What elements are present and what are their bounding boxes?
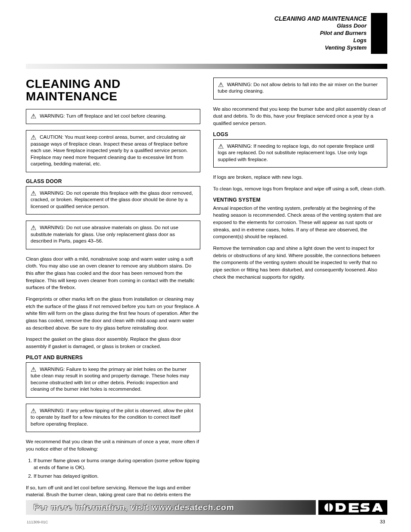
vent-paragraph-2: Remove the termination cap and shine a l… xyxy=(213,245,388,280)
footer-text: For more information, visit www.desatech… xyxy=(34,503,234,512)
warning-box-4: ⚠ WARNING: Failure to keep the primary a… xyxy=(26,362,200,398)
header-line-0: Glass Door xyxy=(274,22,367,30)
desa-logo xyxy=(318,500,387,515)
list-item: If burner flame glows or burns orange du… xyxy=(34,457,200,471)
left-column: CLEANING AND MAINTENANCE ⚠ WARNING: Turn… xyxy=(26,78,200,517)
footer-gradient: For more information, visit www.desatech… xyxy=(26,500,316,515)
header-main: CLEANING AND MAINTENANCE xyxy=(274,15,367,22)
cleaner-paragraph: We also recommend that you keep the burn… xyxy=(213,106,388,127)
logs-paragraph-2: To clean logs, remove logs from fireplac… xyxy=(213,185,388,193)
page-number: 33 xyxy=(380,519,385,524)
vent-paragraph-1: Annual inspection of the venting system,… xyxy=(213,205,388,240)
warning-icon: ⚠ xyxy=(31,408,38,414)
warning-icon: ⚠ xyxy=(218,143,226,149)
subhead-venting: VENTING SYSTEM xyxy=(213,197,388,203)
warning-box-6: ⚠ WARNING: Do not allow debris to fall i… xyxy=(213,78,388,100)
header-tab xyxy=(371,13,387,54)
warning-box-5: ⚠ WARNING: If any yellow tipping of the … xyxy=(26,404,200,432)
warning-text-3: WARNING: Do not use abrasive materials o… xyxy=(31,225,178,243)
warning-text-2: WARNING: Do not operate this fireplace w… xyxy=(31,190,193,209)
warning-icon: ⚠ xyxy=(31,366,38,373)
warning-icon: ⚠ xyxy=(218,81,226,88)
warning-box-1: ⚠ WARNING: Turn off fireplace and let co… xyxy=(26,109,200,124)
warning-box-7: ⚠ WARNING: If needing to replace logs, d… xyxy=(213,139,388,168)
warning-text-1: WARNING: Turn off fireplace and let cool… xyxy=(40,113,166,118)
page-title: CLEANING AND MAINTENANCE xyxy=(26,78,200,103)
header-block: CLEANING AND MAINTENANCE Glass Door Pilo… xyxy=(26,13,387,52)
warning-text-7: WARNING: If needing to replace logs, do … xyxy=(218,143,374,162)
warning-icon: ⚠ xyxy=(31,113,38,119)
divider-gradient xyxy=(26,64,387,69)
caution-text-1: CAUTION: You must keep control areas, bu… xyxy=(31,134,188,166)
logo-icon xyxy=(323,502,383,513)
warning-text-6: WARNING: Do not allow debris to fall int… xyxy=(218,82,378,94)
svg-rect-1 xyxy=(328,503,330,512)
header-line-3: Venting System xyxy=(274,44,367,52)
pilot-list: If burner flame glows or burns orange du… xyxy=(34,457,200,480)
caution-box-1: ⚠ CAUTION: You must keep control areas, … xyxy=(26,130,200,172)
page-id: 111309-01C xyxy=(27,520,48,524)
footer-bar: For more information, visit www.desatech… xyxy=(26,500,387,515)
header-line-2: Logs xyxy=(274,37,367,44)
header-line-1: Pilot and Burners xyxy=(274,30,367,37)
subhead-glass: GLASS DOOR xyxy=(26,178,200,184)
list-item: If burner has delayed ignition. xyxy=(34,473,200,480)
warning-box-3: ⚠ WARNING: Do not use abrasive materials… xyxy=(26,221,200,249)
pilot-paragraph-1: We recommend that you clean the unit a m… xyxy=(26,438,200,452)
glass-paragraph-3: Inspect the gasket on the glass door ass… xyxy=(26,336,200,350)
logs-paragraph-1: If logs are broken, replace with new log… xyxy=(213,174,388,181)
subhead-logs: LOGS xyxy=(213,131,388,137)
warning-text-4: WARNING: Failure to keep the primary air… xyxy=(31,367,189,392)
subhead-pilot: PILOT AND BURNERS xyxy=(26,355,200,361)
warning-icon: ⚠ xyxy=(31,224,38,231)
right-column: ⚠ WARNING: Do not allow debris to fall i… xyxy=(213,78,388,517)
warning-icon: ⚠ xyxy=(31,190,38,196)
glass-paragraph-1: Clean glass door with a mild, nonabrasiv… xyxy=(26,255,200,291)
warning-box-2: ⚠ WARNING: Do not operate this fireplace… xyxy=(26,186,200,215)
glass-paragraph-2: Fingerprints or other marks left on the … xyxy=(26,296,200,331)
warning-text-5: WARNING: If any yellow tipping of the pi… xyxy=(31,408,193,426)
warning-icon: ⚠ xyxy=(31,134,38,140)
